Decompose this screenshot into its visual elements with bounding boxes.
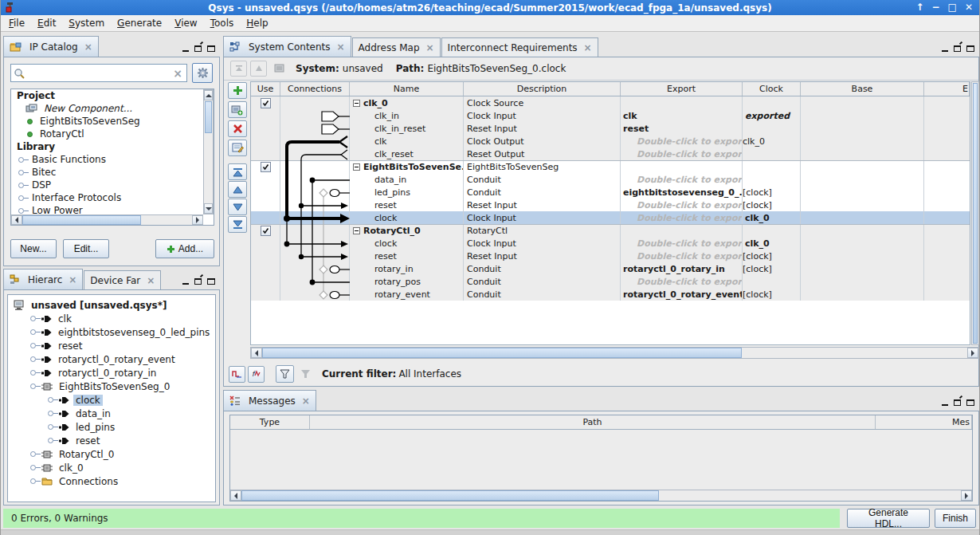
expand-handle-icon[interactable] [18,183,24,188]
base-cell[interactable] [801,211,924,224]
column-header-description[interactable]: Description [464,82,621,96]
export-cell[interactable]: Double-click to export [621,148,743,160]
clock-cell[interactable]: clk_0 [743,211,801,224]
close-icon[interactable]: ✕ [965,1,973,14]
tab-close-icon[interactable]: × [84,41,92,53]
component-row[interactable]: clk_0Clock Source [251,96,970,109]
name-cell[interactable]: clk_reset [350,148,464,160]
expand-handle-icon[interactable] [30,384,36,389]
ip-tree-item[interactable]: Library [11,140,203,153]
show-clock-domains-button[interactable] [229,366,245,383]
hierarchy-tree-item[interactable]: reset [8,339,215,352]
clock-cell[interactable]: [clock] [743,186,801,199]
menu-generate[interactable]: Generate [111,16,168,31]
tab-ip-catalog[interactable]: IP Catalog × [3,36,99,57]
use-cell[interactable] [251,148,280,160]
interface-row[interactable]: clkClock OutputDouble-click to exportclk… [251,135,970,148]
use-checkbox[interactable] [261,98,271,108]
clock-cell[interactable] [743,122,801,135]
column-header-export[interactable]: Export [621,82,743,96]
ip-tree-item[interactable]: Low Power [11,204,203,214]
panel-float-icon[interactable] [954,45,961,52]
name-cell[interactable]: led_pins [350,186,464,199]
clock-cell[interactable]: [clock] [743,288,801,301]
interface-row[interactable]: clk_inClock Inputclkexported [251,109,970,122]
export-cell[interactable]: Double-click to export [621,211,743,224]
base-cell[interactable] [801,288,924,301]
tab-close-icon[interactable]: × [337,41,345,53]
hierarchy-tree-item[interactable]: rotaryctl_0_rotary_in [8,366,215,380]
end-cell[interactable] [924,109,970,122]
export-cell[interactable]: Double-click to export [621,135,743,148]
expand-handle-icon[interactable] [48,397,53,403]
interface-row[interactable]: clockClock InputDouble-click to exportcl… [251,237,970,250]
ip-tree-item[interactable]: Project [11,89,203,102]
export-cell[interactable]: rotaryctl_0_rotary_event [621,288,743,301]
use-cell[interactable] [251,109,280,122]
name-cell[interactable]: reset [350,250,464,262]
panel-float-icon[interactable] [194,278,202,285]
name-cell[interactable]: clk_in_reset [350,122,464,135]
clock-cell[interactable]: exported [743,109,801,122]
menu-help[interactable]: Help [240,16,274,31]
add-component-button[interactable] [228,82,247,99]
search-field[interactable] [29,68,169,79]
column-header-base[interactable]: Base [801,82,924,96]
use-cell[interactable] [251,199,280,211]
panel-float-icon[interactable] [954,399,961,406]
messages-hscrollbar[interactable] [230,490,972,501]
interface-row[interactable]: resetReset InputDouble-click to export[c… [251,199,970,211]
hierarchy-tree-item[interactable]: rotaryctl_0_rotary_event [8,352,215,366]
move-top-button[interactable] [228,163,247,180]
component-row[interactable]: RotaryCtl_0RotaryCtl [251,224,970,237]
hierarchy-tree-item[interactable]: data_in [8,407,215,420]
end-cell[interactable] [924,250,970,262]
column-header-use[interactable]: Use [251,82,280,96]
base-cell[interactable] [801,275,924,288]
name-cell[interactable]: reset [350,199,464,211]
column-header-clock[interactable]: Clock [743,82,801,96]
ip-tree-item[interactable]: Interface Protocols [11,191,203,204]
panel-minimize-icon[interactable] [182,283,189,285]
name-cell[interactable]: clk [350,135,464,148]
hierarchy-tree-item[interactable]: led_pins [8,420,215,434]
expand-handle-icon[interactable] [30,478,36,484]
interface-row[interactable]: led_pinsConduiteightbitstosevenseg_0_...… [251,186,970,199]
export-cell[interactable] [621,161,743,173]
base-cell[interactable] [801,122,924,135]
clock-cell[interactable] [743,148,801,160]
filter-button[interactable] [276,365,294,383]
table-hscrollbar[interactable] [250,347,979,359]
interface-row[interactable]: rotary_inConduitrotaryctl_0_rotary_in[cl… [251,262,970,275]
panel-minimize-icon[interactable] [942,404,948,406]
export-cell[interactable]: Double-click to export [621,275,743,288]
menu-edit[interactable]: Edit [31,16,62,31]
use-cell[interactable] [251,262,280,275]
menu-tools[interactable]: Tools [204,16,241,31]
add-button[interactable]: Add... [155,239,214,258]
name-cell[interactable]: data_in [350,173,464,186]
name-cell[interactable]: EightBitsToSevenSe... [350,161,464,173]
export-cell[interactable]: rotaryctl_0_rotary_in [621,262,743,275]
base-cell[interactable] [801,237,924,250]
ip-tree-item[interactable]: New Component... [11,102,203,115]
use-checkbox[interactable] [261,162,271,172]
expand-handle-icon[interactable] [30,356,36,362]
interface-row[interactable]: rotary_posConduitDouble-click to export [251,275,970,288]
tab-interconnect-requirements[interactable]: Interconnect Requirements × [441,37,598,57]
move-up-button[interactable] [228,181,247,198]
move-up-button[interactable] [250,61,267,77]
ip-tree-item[interactable]: EightBitsToSevenSeg [11,115,203,128]
base-cell[interactable] [801,173,924,186]
ip-tree-item[interactable]: RotaryCtl [11,128,203,140]
use-cell[interactable] [251,275,280,288]
tab-hierarchy[interactable]: Hierarc × [3,269,83,289]
edit-button-icon[interactable] [228,140,247,156]
messages-column-type[interactable]: Type [230,415,310,429]
menu-view[interactable]: View [168,16,203,31]
component-row[interactable]: EightBitsToSevenSe...EightBitsToSevenSeg [251,160,970,173]
expand-handle-icon[interactable] [18,170,24,175]
hierarchy-tree-item[interactable]: reset [8,434,215,447]
panel-maximize-icon[interactable] [207,278,215,285]
end-cell[interactable] [924,199,970,211]
